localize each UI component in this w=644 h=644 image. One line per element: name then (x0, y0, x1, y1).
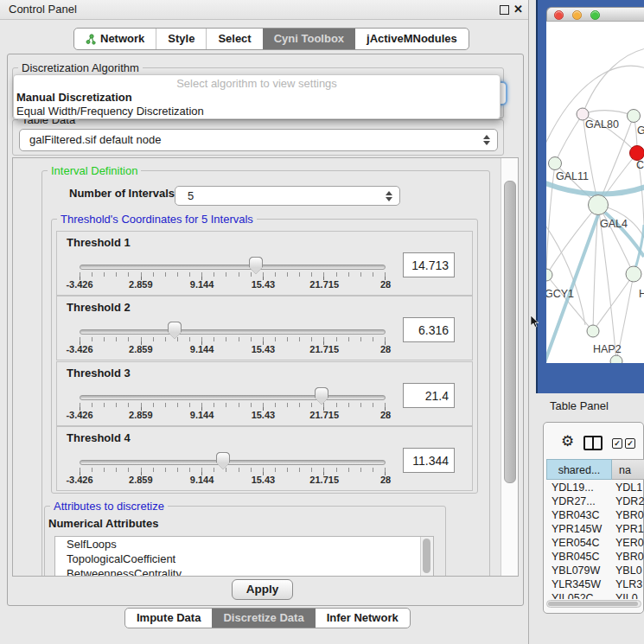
table-row[interactable]: YBL079WYBL0 (546, 564, 644, 577)
cell-name[interactable]: YLR3 (612, 577, 642, 591)
threshold-2-slider[interactable]: -3.426 2.859 9.144 15.43 21.715 28 (80, 321, 386, 355)
threshold-4-slider[interactable]: -3.426 2.859 9.144 15.43 21.715 28 (80, 451, 386, 486)
column-header-name[interactable]: na (612, 459, 644, 480)
node-red-selected[interactable] (630, 146, 644, 161)
table-row[interactable]: YDL19...YDL1 (546, 481, 644, 494)
table-row[interactable]: YLR345WYLR3 (546, 577, 644, 591)
cell-name[interactable]: YBL0 (612, 564, 642, 577)
tab-select[interactable]: Select (206, 29, 262, 49)
threshold-3-value-field[interactable]: 21.4 (403, 383, 455, 408)
cell-shared-name[interactable]: YPR145W (546, 522, 612, 536)
node-gal4[interactable] (589, 195, 609, 215)
table-horizontal-scrollbar[interactable] (546, 600, 641, 608)
tab-impute-data[interactable]: Impute Data (125, 609, 212, 628)
control-panel-titlebar[interactable]: Control Panel ✕ (0, 0, 528, 20)
close-traffic-light-icon[interactable] (554, 10, 564, 20)
settings-scrollbar[interactable] (501, 158, 518, 576)
table-data-combobox[interactable]: galFiltered.sif default node (19, 129, 498, 151)
node-gal11[interactable] (549, 157, 562, 170)
cell-name[interactable]: YBR0 (612, 508, 644, 522)
table-row[interactable]: YER054CYER0 (546, 536, 644, 550)
list-scrollbar[interactable] (420, 537, 433, 577)
cell-shared-name[interactable]: YBR045C (546, 550, 612, 564)
slider-track[interactable] (80, 460, 386, 465)
mouse-cursor (530, 316, 539, 328)
network-window-titlebar[interactable] (546, 7, 644, 22)
tab-cyni-toolbox[interactable]: Cyni Toolbox (263, 29, 355, 49)
scale-tick-label: 21.715 (309, 279, 339, 290)
threshold-2-value-field[interactable]: 6.316 (403, 317, 455, 342)
column-header-shared-name[interactable]: shared... (546, 459, 612, 480)
tab-infer-network[interactable]: Infer Network (316, 609, 410, 628)
tab-jactivemnodules[interactable]: jActiveMNodules (355, 29, 469, 49)
slider-thumb[interactable] (216, 452, 230, 469)
algorithm-hint-option[interactable]: Select algorithm to view settings (14, 75, 500, 91)
list-item[interactable]: SelfLoops (55, 537, 433, 552)
scale-tick-label: 15.43 (252, 279, 276, 290)
tab-style[interactable]: Style (156, 29, 206, 49)
slider-track[interactable] (80, 265, 386, 270)
table-horizontal-scrollbar-thumb[interactable] (548, 602, 638, 606)
tab-network[interactable]: Network (74, 29, 156, 49)
table-row[interactable]: YBR043CYBR0 (546, 508, 644, 522)
apply-button[interactable]: Apply (232, 579, 293, 600)
control-panel-tabbar: Network Style Select Cyni Toolbox jActiv… (73, 28, 469, 50)
cell-name[interactable]: YIL0 (612, 591, 638, 599)
split-view-icon[interactable] (583, 436, 603, 450)
interval-definition-group-title: Interval Definition (48, 164, 141, 177)
slider-track[interactable] (80, 329, 386, 335)
table-row[interactable]: YDR27...YDR2 (546, 494, 644, 508)
close-icon[interactable]: ✕ (513, 0, 523, 19)
slider-track[interactable] (80, 395, 386, 400)
node-h[interactable] (626, 266, 641, 282)
table-rows: YDL19...YDL1 YDR27...YDR2 YBR043CYBR0 YP… (546, 481, 644, 599)
cell-shared-name[interactable]: YER054C (546, 536, 612, 550)
cell-shared-name[interactable]: YDL19... (546, 481, 612, 494)
slider-thumb[interactable] (249, 257, 263, 274)
checkbox-icon[interactable]: ✓ (625, 438, 635, 449)
settings-scrollbar-thumb[interactable] (504, 181, 516, 483)
node-bottom[interactable] (610, 355, 622, 363)
combo-arrows-icon (483, 135, 490, 145)
cell-name[interactable]: YDL1 (612, 481, 642, 494)
zoom-traffic-light-icon[interactable] (590, 10, 600, 20)
attributes-group-title: Attributes to discretize (50, 500, 168, 513)
threshold-1-slider[interactable]: -3.426 2.859 9.144 15.43 21.715 28 (80, 256, 386, 290)
gear-icon[interactable]: ⚙ (561, 434, 574, 449)
node-gcy1[interactable] (546, 269, 552, 281)
list-scrollbar-thumb[interactable] (423, 539, 430, 573)
number-of-intervals-spinner[interactable]: 5 (175, 186, 400, 206)
scale-tick-label: 9.144 (190, 279, 214, 290)
scale-tick-label: 21.715 (309, 410, 339, 420)
checkbox-icon[interactable]: ✓ (612, 438, 622, 449)
numerical-attributes-list[interactable]: SelfLoops TopologicalCoefficient Between… (54, 536, 434, 577)
node-hap2[interactable] (587, 325, 599, 337)
cell-shared-name[interactable]: YLR345W (546, 577, 612, 591)
float-window-icon[interactable] (500, 5, 509, 15)
option-equal-width-frequency[interactable]: Equal Width/Frequency Discretization (14, 105, 500, 118)
minimize-traffic-light-icon[interactable] (572, 10, 582, 20)
table-row[interactable]: YIL052CYIL0 (546, 591, 644, 599)
threshold-4-value-field[interactable]: 11.344 (403, 448, 455, 473)
cell-name[interactable]: YER0 (612, 536, 644, 550)
threshold-1-value-field[interactable]: 14.713 (403, 252, 455, 277)
list-item[interactable]: BetweennessCentrality (55, 566, 433, 577)
slider-thumb[interactable] (315, 387, 328, 405)
cell-shared-name[interactable]: YIL052C (546, 591, 612, 599)
cell-shared-name[interactable]: YDR27... (546, 494, 612, 508)
cell-name[interactable]: YBR0 (612, 550, 644, 564)
table-row[interactable]: YBR045CYBR0 (546, 550, 644, 564)
threshold-3-slider[interactable]: -3.426 2.859 9.144 15.43 21.715 28 (80, 386, 386, 421)
tab-discretize-data[interactable]: Discretize Data (212, 609, 315, 628)
node-top-right[interactable] (628, 110, 641, 123)
slider-thumb[interactable] (168, 322, 182, 339)
cell-shared-name[interactable]: YBR043C (546, 508, 612, 522)
cell-shared-name[interactable]: YBL079W (546, 564, 612, 577)
cell-name[interactable]: YDR2 (612, 494, 644, 508)
cell-name[interactable]: YPR1 (612, 522, 644, 536)
scale-tick-label: 15.43 (252, 410, 276, 420)
option-manual-discretization[interactable]: Manual Discretization (14, 91, 500, 105)
network-canvas[interactable]: GAL80 GA C GAL11 GAL4 GCY1 H HAP2 (546, 22, 644, 363)
list-item[interactable]: TopologicalCoefficient (55, 552, 433, 566)
table-row[interactable]: YPR145WYPR1 (546, 522, 644, 536)
